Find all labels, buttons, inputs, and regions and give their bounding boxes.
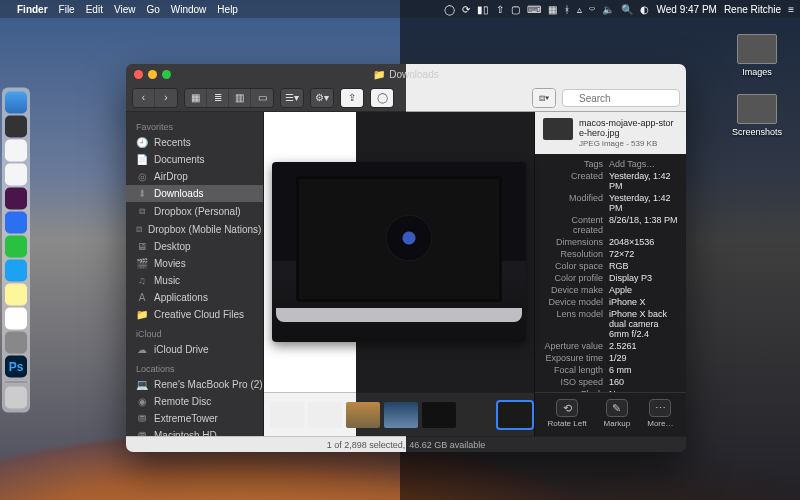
meta-key: Color space (543, 261, 603, 271)
dock-app-chrome[interactable] (5, 164, 27, 186)
status-icon[interactable]: ◯ (444, 4, 455, 15)
notification-center-icon[interactable]: ≡ (788, 4, 794, 15)
sidebar-item-macintosh-hd[interactable]: ⛃Macintosh HD (126, 427, 263, 436)
meta-value: iPhone X (609, 297, 678, 307)
dock-app-launchpad[interactable] (5, 116, 27, 138)
sidebar-item-label: Remote Disc (154, 396, 211, 407)
sidebar-item-extremetower[interactable]: ⛃ExtremeTower (126, 410, 263, 427)
desktop-folder-images[interactable]: Images (728, 34, 786, 77)
meta-value: 2048×1536 (609, 237, 678, 247)
thumbnail[interactable] (460, 402, 494, 428)
sidebar-item-creative-cloud-files[interactable]: 📁Creative Cloud Files (126, 306, 263, 323)
thumbnail[interactable] (422, 402, 456, 428)
view-icon-button[interactable]: ▦ (185, 89, 207, 107)
status-icon[interactable]: ▦ (548, 4, 557, 15)
sidebar-item-label: Music (154, 275, 180, 286)
sidebar-item-airdrop[interactable]: ◎AirDrop (126, 168, 263, 185)
dock-app-safari[interactable] (5, 140, 27, 162)
tags-input[interactable]: Add Tags… (609, 159, 678, 169)
menu-window[interactable]: Window (171, 4, 207, 15)
sidebar-item-downloads[interactable]: ⬇Downloads (126, 185, 263, 202)
meta-value: 72×72 (609, 249, 678, 259)
status-icon[interactable]: ▢ (511, 4, 520, 15)
sidebar-heading-favorites: Favorites (126, 116, 263, 134)
back-button[interactable]: ‹ (133, 89, 155, 107)
menu-help[interactable]: Help (217, 4, 238, 15)
share-button[interactable]: ⇪ (341, 89, 363, 107)
dropbox-button[interactable]: ⧈▾ (533, 89, 555, 107)
siri-icon[interactable]: ◐ (640, 4, 649, 15)
dock-app-finder[interactable] (5, 92, 27, 114)
sidebar-item-remote-disc[interactable]: ◉Remote Disc (126, 393, 263, 410)
status-icon[interactable]: ⟳ (462, 4, 470, 15)
action-label: Markup (604, 419, 631, 428)
more-actions-button[interactable]: ⋯More… (647, 399, 673, 428)
sidebar-item-icloud-drive[interactable]: ☁iCloud Drive (126, 341, 263, 358)
thumbnail[interactable] (270, 402, 304, 428)
dock-app-screenshot[interactable] (5, 332, 27, 354)
dock (2, 88, 30, 413)
sidebar-item-label: Desktop (154, 241, 191, 252)
keyboard-icon[interactable]: ⌨ (527, 4, 541, 15)
menubar-app-name[interactable]: Finder (17, 4, 48, 15)
dock-app-slack[interactable] (5, 188, 27, 210)
dock-trash[interactable] (5, 387, 27, 409)
menu-file[interactable]: File (59, 4, 75, 15)
wifi-icon[interactable]: ⌔ (589, 4, 595, 15)
meta-key: Created (543, 171, 603, 191)
menu-go[interactable]: Go (146, 4, 159, 15)
battery-icon[interactable]: ▮▯ (477, 4, 489, 15)
view-gallery-button[interactable]: ▭ (251, 89, 273, 107)
status-icon[interactable]: ⇧ (496, 4, 504, 15)
group-by-button[interactable]: ☰▾ (281, 89, 303, 107)
tags-button[interactable]: ◯ (371, 89, 393, 107)
close-button[interactable] (134, 70, 143, 79)
bluetooth-icon[interactable]: ᚼ (564, 4, 570, 15)
view-column-button[interactable]: ▥ (229, 89, 251, 107)
search-icon[interactable]: 🔍 (621, 4, 633, 15)
sidebar-heading-locations: Locations (126, 358, 263, 376)
forward-button[interactable]: › (155, 89, 177, 107)
sidebar-item-rene-s-macbook-pro-2-[interactable]: 💻Rene's MacBook Pro (2) (126, 376, 263, 393)
dock-app-twitter[interactable] (5, 260, 27, 282)
dock-app-pages[interactable] (5, 308, 27, 330)
sidebar-item-documents[interactable]: 📄Documents (126, 151, 263, 168)
meta-key: Exposure time (543, 353, 603, 363)
menubar-clock[interactable]: Wed 9:47 PM (656, 4, 716, 15)
volume-icon[interactable]: 🔈 (602, 4, 614, 15)
dock-app-notes[interactable] (5, 284, 27, 306)
thumbnail[interactable] (308, 402, 342, 428)
window-title: Downloads (389, 69, 438, 80)
sidebar-item-desktop[interactable]: 🖥Desktop (126, 238, 263, 255)
toolbar: ‹ › ▦ ≣ ▥ ▭ ☰▾ ⚙▾ ⇪ ◯ ⧈▾ 🔍 (126, 84, 686, 112)
markup-button[interactable]: ✎Markup (604, 399, 631, 428)
dock-app-mail[interactable] (5, 212, 27, 234)
sidebar-item-dropbox-mobile-nations-[interactable]: ⧈Dropbox (Mobile Nations) (126, 220, 263, 238)
airdrop-icon: ◎ (136, 171, 148, 182)
view-list-button[interactable]: ≣ (207, 89, 229, 107)
preview-image (272, 162, 526, 342)
sidebar-item-music[interactable]: ♫Music (126, 272, 263, 289)
minimize-button[interactable] (148, 70, 157, 79)
sidebar-item-movies[interactable]: 🎬Movies (126, 255, 263, 272)
dock-app-photoshop[interactable] (5, 356, 27, 378)
search-input[interactable] (562, 89, 680, 107)
action-button[interactable]: ⚙▾ (311, 89, 333, 107)
sidebar-item-dropbox-personal-[interactable]: ⧈Dropbox (Personal) (126, 202, 263, 220)
gallery-preview[interactable] (264, 112, 534, 392)
thumbnail-selected[interactable] (498, 402, 532, 428)
menu-edit[interactable]: Edit (86, 4, 103, 15)
desktop-folder-screenshots[interactable]: Screenshots (728, 94, 786, 137)
titlebar[interactable]: 📁 Downloads (126, 64, 686, 84)
zoom-button[interactable] (162, 70, 171, 79)
menu-view[interactable]: View (114, 4, 136, 15)
dock-app-messages[interactable] (5, 236, 27, 258)
airplay-icon[interactable]: ▵ (577, 4, 582, 15)
thumbnail[interactable] (346, 402, 380, 428)
menubar-user[interactable]: Rene Ritchie (724, 4, 781, 15)
sidebar-item-recents[interactable]: 🕘Recents (126, 134, 263, 151)
rotate-left-button[interactable]: ⟲Rotate Left (547, 399, 586, 428)
thumbnail[interactable] (384, 402, 418, 428)
sidebar-item-applications[interactable]: AApplications (126, 289, 263, 306)
music-icon: ♫ (136, 275, 148, 286)
